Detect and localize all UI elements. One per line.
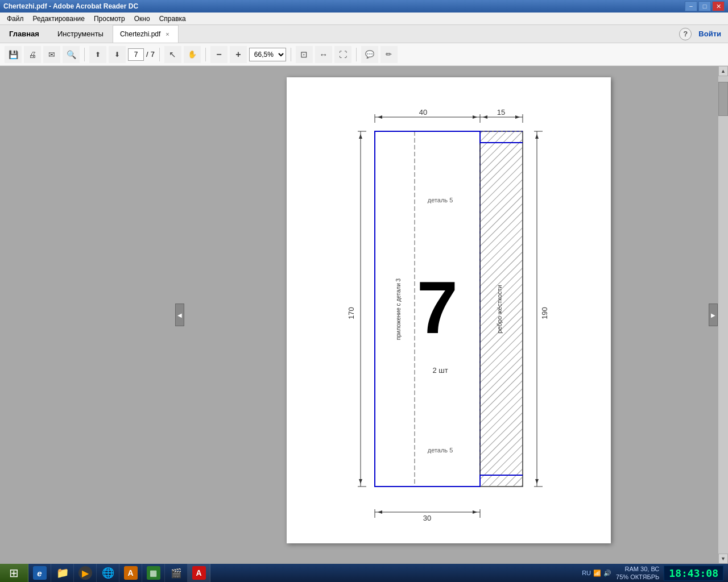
taskbar-app-acrobat[interactable]: A [188, 564, 210, 582]
svg-text:деталь 5: деталь 5 [428, 197, 453, 203]
taskbar: ⊞ e 📁 ▶ 🌐 A ▦ 🎬 A RU 📶 🔊 RAM 30, ВС 75% … [0, 564, 728, 582]
svg-text:приложение с детали 3: приложение с детали 3 [395, 278, 402, 340]
svg-text:7: 7 [417, 266, 458, 349]
zoom-out-button[interactable] [210, 46, 228, 63]
taskbar-app-explorer[interactable]: 📁 [51, 564, 74, 582]
pdf-viewer-area[interactable]: 40 15 170 190 [180, 66, 718, 564]
ram-percent: 75% ОКТЯБРЬ [616, 573, 659, 581]
acrobat-icon: A [192, 566, 206, 580]
total-pages: 7 [151, 50, 155, 59]
fit-page-button[interactable] [296, 46, 313, 63]
print-button[interactable] [24, 46, 41, 63]
save-button[interactable] [5, 46, 22, 63]
scrollbar-vertical[interactable]: ▲ ▼ [718, 66, 728, 564]
tab-document[interactable]: Chertezhi.pdf × [113, 25, 179, 43]
toolbar-separator-3 [205, 48, 206, 61]
svg-text:30: 30 [423, 514, 431, 522]
toolbar-separator-1 [84, 48, 85, 61]
sound-icon: 🔊 [603, 569, 611, 577]
minimize-button[interactable]: − [685, 1, 697, 11]
email-button[interactable] [43, 46, 60, 63]
left-collapse-arrow[interactable]: ◀ [175, 304, 184, 326]
close-button[interactable]: ✕ [712, 1, 725, 11]
toolbar-separator-2 [159, 48, 160, 61]
page-separator: / [146, 50, 148, 59]
left-panel [0, 66, 180, 564]
zoom-select[interactable]: 50% 66,5% 75% 100% 125% 150% 200% [249, 48, 286, 61]
menu-file[interactable]: Файл [2, 14, 28, 24]
toolbar-separator-4 [291, 48, 291, 61]
zoom-in-button[interactable] [230, 46, 247, 63]
prev-page-button[interactable] [89, 46, 106, 63]
find-button[interactable] [63, 46, 80, 63]
menu-window[interactable]: Окно [130, 14, 155, 24]
scroll-down-button[interactable]: ▼ [718, 554, 728, 564]
titlebar-controls: − □ ✕ [685, 1, 725, 11]
tray-info: RAM 30, ВС 75% ОКТЯБРЬ [616, 565, 659, 581]
fit-width-button[interactable] [315, 46, 332, 63]
menu-edit[interactable]: Редактирование [28, 14, 89, 24]
fullscreen-button[interactable] [334, 46, 351, 63]
language-indicator: RU [582, 569, 591, 576]
taskbar-app-chrome[interactable]: 🌐 [97, 564, 119, 582]
ram-label: RAM 30, ВС [625, 565, 660, 573]
explorer-icon: 📁 [56, 566, 69, 580]
svg-text:деталь 5: деталь 5 [428, 447, 453, 454]
svg-text:ребро жёсткости: ребро жёсткости [496, 285, 503, 333]
ie-icon: e [33, 566, 47, 580]
scroll-up-button[interactable]: ▲ [718, 66, 728, 76]
tabbar-right: ? Войти [679, 25, 728, 43]
titlebar: Chertezhi.pdf - Adobe Acrobat Reader DC … [0, 0, 728, 13]
right-collapse-arrow[interactable]: ▶ [709, 304, 718, 326]
chrome-icon: 🌐 [101, 566, 115, 580]
taskbar-app-antivirus[interactable]: A [119, 564, 142, 582]
scroll-thumb[interactable] [718, 82, 728, 116]
taskbar-app-ie[interactable]: e [28, 564, 51, 582]
draw-button[interactable] [380, 46, 398, 63]
page-navigation: / 7 [128, 48, 155, 61]
tab-tools[interactable]: Инструменты [48, 25, 113, 43]
technical-drawing: 40 15 170 190 [287, 77, 611, 543]
scroll-track[interactable] [718, 76, 728, 554]
svg-text:190: 190 [540, 307, 549, 319]
svg-text:170: 170 [347, 307, 355, 319]
select-tool-button[interactable] [164, 46, 181, 63]
toolbar: / 7 50% 66,5% 75% 100% 125% 150% 200% [0, 43, 728, 66]
toolbar-separator-5 [356, 48, 357, 61]
spreadsheet-icon: ▦ [147, 566, 160, 580]
tab-close-button[interactable]: × [164, 30, 171, 38]
pdf-page: 40 15 170 190 [287, 77, 611, 543]
page-number-input[interactable] [128, 48, 144, 61]
taskbar-app-mediaplayer[interactable]: ▶ [74, 564, 97, 582]
tab-document-title: Chertezhi.pdf [120, 30, 160, 38]
menu-view[interactable]: Просмотр [89, 14, 130, 24]
taskbar-app-spreadsheet[interactable]: ▦ [142, 564, 165, 582]
tabbar: Главная Инструменты Chertezhi.pdf × ? Во… [0, 25, 728, 43]
help-button[interactable]: ? [679, 28, 692, 40]
video-icon: 🎬 [169, 566, 183, 580]
next-page-button[interactable] [109, 46, 126, 63]
svg-text:15: 15 [497, 108, 505, 117]
main-content: ◀ [0, 66, 728, 564]
comment-button[interactable] [361, 46, 378, 63]
tab-home[interactable]: Главная [0, 25, 48, 43]
antivirus-icon: A [124, 566, 138, 580]
titlebar-title: Chertezhi.pdf - Adobe Acrobat Reader DC [3, 2, 138, 10]
menubar: Файл Редактирование Просмотр Окно Справк… [0, 13, 728, 25]
network-icon: 📶 [593, 569, 601, 577]
taskbar-app-video[interactable]: 🎬 [165, 564, 188, 582]
hand-tool-button[interactable] [184, 46, 201, 63]
signin-button[interactable]: Войти [698, 30, 721, 38]
taskbar-clock: 18:43:08 [664, 566, 723, 581]
media-icon: ▶ [78, 566, 92, 580]
maximize-button[interactable]: □ [698, 1, 711, 11]
menu-help[interactable]: Справка [155, 14, 191, 24]
svg-text:2 шт: 2 шт [432, 366, 448, 375]
tray-icons: RU 📶 🔊 [582, 569, 611, 577]
svg-text:40: 40 [419, 108, 427, 117]
start-button[interactable]: ⊞ [0, 564, 28, 582]
taskbar-tray: RU 📶 🔊 RAM 30, ВС 75% ОКТЯБРЬ 18:43:08 [582, 565, 728, 581]
